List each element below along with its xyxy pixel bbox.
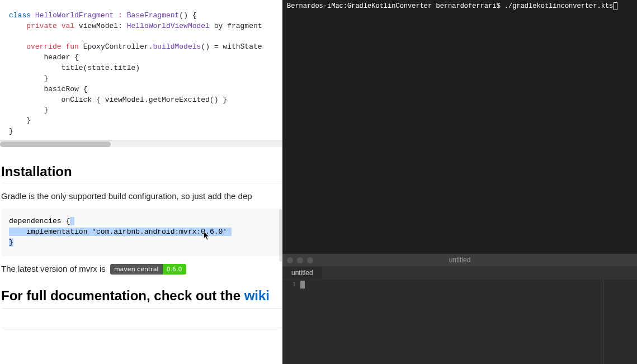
code-line: } [9,127,13,135]
window-title: untitled [449,256,471,264]
minimize-button[interactable] [297,257,303,263]
code-text: by fragment [214,22,262,30]
class-name: HelloWorldFragment [35,11,114,20]
line-number: 1 [286,281,296,288]
colon: : [118,11,122,20]
keyword-val: val [62,22,74,30]
mouse-cursor-icon [204,231,210,240]
horizontal-scrollbar[interactable] [0,140,282,147]
text-editor-window: untitled untitled 1 [282,254,637,364]
close-button[interactable] [287,257,293,263]
section-divider [1,328,281,328]
selected-text: implementation 'com.airbnb.android:mvrx:… [9,228,232,236]
keyword-fun: fun [65,42,78,51]
terminal-window[interactable]: Bernardos-iMac:GradleKotlinConverter ber… [282,0,637,254]
maximize-button[interactable] [307,257,313,263]
editor-content[interactable]: 1 [282,280,637,364]
keyword-private: private [26,22,57,30]
code-text: () = withState [201,42,262,51]
scrollbar-thumb[interactable] [0,141,111,147]
editor-margin-line [603,280,603,364]
editor-tab[interactable]: untitled [282,267,322,279]
documentation-panel: class HelloWorldFragment : BaseFragment(… [0,0,282,364]
window-controls [287,257,313,263]
var-name: viewModel: [79,22,122,30]
code-line: } [9,106,48,114]
right-panel: Bernardos-iMac:GradleKotlinConverter ber… [282,0,637,364]
code-line: } [9,74,48,83]
type-ref: HelloWorldViewModel [127,22,210,30]
selected-text-end: } [9,238,13,247]
badge-label: maven central [110,264,163,275]
code-line: title(state.title) [9,64,140,72]
receiver: EpoxyController. [83,42,153,51]
terminal-cursor-icon [614,2,617,10]
code-line: onClick { viewModel.getMoreExcited() } [9,96,227,104]
wiki-link[interactable]: wiki [244,288,270,303]
documentation-heading: For full documentation, check out the wi… [1,288,281,309]
method-name: buildModels [153,42,201,51]
base-class: BaseFragment [127,11,180,20]
vertical-scroll-hint[interactable] [279,209,282,262]
code-line: header { [9,53,79,62]
keyword-class: class [9,11,31,20]
kotlin-code-block: class HelloWorldFragment : BaseFragment(… [0,0,282,140]
editor-cursor-icon [300,281,305,289]
line-number-gutter: 1 [282,280,299,364]
code-line: } [9,116,31,125]
badge-version: 0.6.0 [163,264,186,275]
dep-line-1: dependencies { [9,217,70,225]
terminal-prompt: Bernardos-iMac:GradleKotlinConverter ber… [287,2,613,10]
maven-badge[interactable]: maven central0.6.0 [110,264,186,275]
code-line: basicRow { [9,85,87,93]
dependencies-code-block[interactable]: dependencies { implementation 'com.airbn… [1,209,281,256]
latest-version-text: The latest version of mvrx is maven cent… [1,264,281,275]
editor-titlebar[interactable]: untitled [282,254,637,266]
selection-start [70,217,74,225]
installation-heading: Installation [1,164,281,183]
keyword-override: override [26,42,61,51]
installation-description: Gradle is the only supported build confi… [1,191,281,201]
editor-body[interactable] [299,280,637,364]
code-text: () { [179,11,196,20]
editor-tabs: untitled [282,266,637,280]
